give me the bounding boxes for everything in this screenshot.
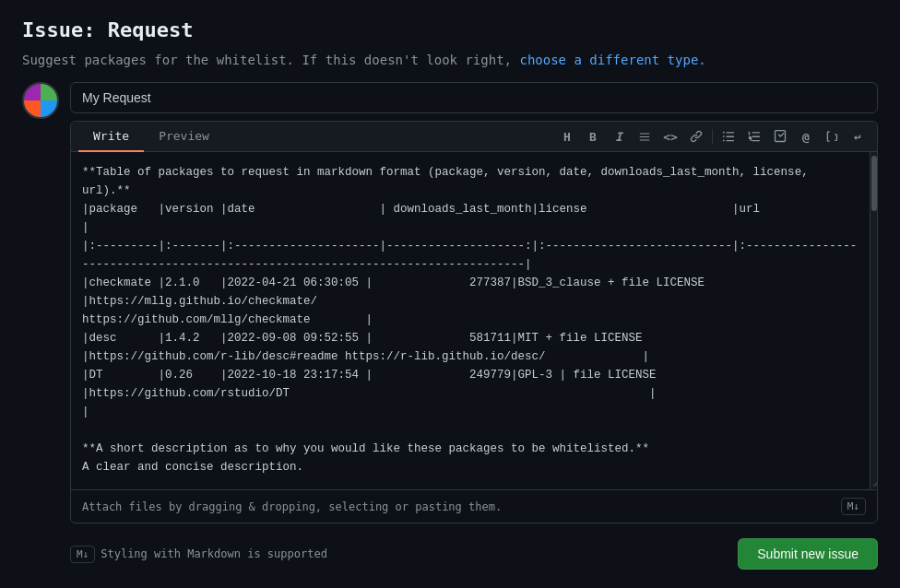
tab-write[interactable]: Write xyxy=(78,122,144,152)
toolbar: H B I <> xyxy=(555,124,870,148)
attach-text: Attach files by dragging & dropping, sel… xyxy=(82,500,502,513)
resize-handle[interactable]: ◢ xyxy=(870,476,877,489)
scrollbar-thumb[interactable] xyxy=(871,156,877,211)
editor-tabs: Write Preview H B I <> xyxy=(71,122,877,152)
italic-icon[interactable]: I xyxy=(607,124,631,148)
footer: M↓ Styling with Markdown is supported Su… xyxy=(70,527,878,570)
code-icon[interactable]: <> xyxy=(658,124,682,148)
choose-type-link[interactable]: choose a different type. xyxy=(519,53,705,67)
scrollbar[interactable]: ◢ xyxy=(870,152,877,489)
reference-icon[interactable] xyxy=(820,124,844,148)
markdown-badge: M↓ xyxy=(841,498,866,515)
submit-button[interactable]: Submit new issue xyxy=(738,538,878,570)
undo-icon[interactable]: ↩ xyxy=(846,124,870,148)
markdown-icon-badge: M↓ xyxy=(70,546,95,563)
list-icon[interactable] xyxy=(633,124,657,148)
ordered-list-icon[interactable] xyxy=(742,124,766,148)
bold-icon[interactable]: B xyxy=(581,124,605,148)
title-input[interactable] xyxy=(70,82,878,113)
editor-textarea[interactable]: **Table of packages to request in markdo… xyxy=(71,152,870,489)
tab-preview[interactable]: Preview xyxy=(144,122,224,152)
subtitle-text: Suggest packages for the whitelist. If t… xyxy=(22,53,878,67)
markdown-hint: M↓ Styling with Markdown is supported xyxy=(70,546,327,563)
page-title: Issue: Request xyxy=(22,18,878,41)
task-list-icon[interactable] xyxy=(768,124,792,148)
markdown-hint-text: Styling with Markdown is supported xyxy=(101,547,327,560)
link-icon[interactable] xyxy=(684,124,708,148)
avatar xyxy=(22,82,59,119)
unordered-list-icon[interactable] xyxy=(716,124,740,148)
toolbar-divider-1 xyxy=(712,129,713,144)
mention-icon[interactable]: @ xyxy=(794,124,818,148)
heading-icon[interactable]: H xyxy=(555,124,579,148)
attach-area: Attach files by dragging & dropping, sel… xyxy=(71,489,877,523)
